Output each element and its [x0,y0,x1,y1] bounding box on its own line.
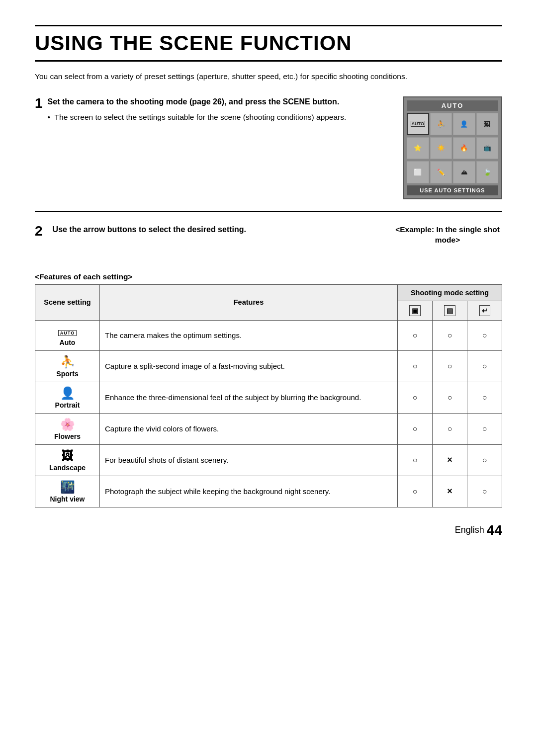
feature-cell-3: Capture the vivid colors of flowers. [100,413,398,444]
table-row: 🌸 Flowers Capture the vivid colors of fl… [35,413,502,444]
flowers-icon: 🌸 [60,418,75,431]
features-heading: <Features of each setting> [35,272,502,281]
circle-mark: ○ [413,456,418,464]
scene-icon-5: 🌃 [40,480,94,494]
mode-cell-1-2: ○ [467,350,502,382]
mode-cell-1-0: ○ [398,350,433,382]
scene-icon-4: 🖼 [40,449,94,463]
th-mode3: ↵ [467,301,502,320]
step2-left: 2 Use the arrow buttons to select the de… [35,224,373,239]
mode-cell-2-2: ○ [467,382,502,413]
mode-cell-0-2: ○ [467,320,502,350]
table-row: 🖼 Landscape For beautiful shots of dista… [35,444,502,476]
page-title: USING THE SCENE FUNCTION [35,25,502,62]
lcd-title: AUTO [407,100,498,111]
scene-name-2: Portrait [55,401,80,409]
table-row: 👤 Portrait Enhance the three-dimensional… [35,382,502,413]
mode-cell-5-0: ○ [398,476,433,507]
lcd-row1: AUTO ⛹ 👤 🖼 [407,113,498,135]
lcd-row3: ⬜ ✏️ ⛰ 🍃 [407,161,498,183]
table-row: AUTO Auto The camera makes the optimum s… [35,320,502,350]
lcd-cell-tv: 📺 [476,137,499,160]
scene-icon-0: AUTO [40,325,94,337]
mode2-icon: ▤ [444,305,455,316]
circle-mark: ○ [448,393,452,402]
feature-cell-4: For beautiful shots of distant scenery. [100,444,398,476]
mode-cell-1-1: ○ [433,350,467,382]
lcd-cell-star: ⭐ [407,137,429,160]
cross-mark: × [447,455,452,465]
footer-page-number: 44 [487,522,502,538]
nightview-icon: 🌃 [60,480,75,494]
scene-cell-landscape: 🖼 Landscape [35,444,100,476]
mode-cell-4-1: × [433,444,467,476]
circle-mark: ○ [413,393,418,402]
circle-mark: ○ [413,424,418,433]
cross-mark: × [447,486,452,496]
mode-cell-2-1: ○ [433,382,467,413]
table-row: ⛹ Sports Capture a split-second image of… [35,350,502,382]
scene-icon-3: 🌸 [40,418,94,431]
circle-mark: ○ [448,331,452,339]
scene-name-0: Auto [60,338,76,346]
lcd-cell-pen: ✏️ [430,161,452,183]
step2-number: 2 [35,224,43,239]
step1-number: 1 [35,96,43,110]
th-mode2: ▤ [433,301,467,320]
feature-cell-0: The camera makes the optimum settings. [100,320,398,350]
lcd-cell-leaf: 🍃 [476,161,499,183]
scene-cell-portrait: 👤 Portrait [35,382,100,413]
page-footer: English 44 [35,522,502,538]
scene-name-5: Night view [50,495,85,503]
scene-cell-auto: AUTO Auto [35,320,100,350]
auto-badge: AUTO [58,330,77,336]
lcd-cell-portrait: 👤 [453,113,475,135]
step2-right: <Example: In the single shot mode> [393,224,502,246]
camera-lcd: AUTO AUTO ⛹ 👤 🖼 ⭐ ☀️ 🔥 📺 ⬜ ✏️ ⛰ 🍃 USE AU… [403,96,502,199]
mode-cell-3-2: ○ [467,413,502,444]
example-label: <Example: In the single shot mode> [393,224,502,246]
lcd-cell-sports: ⛹ [430,113,452,135]
circle-mark: ○ [482,393,487,402]
circle-mark: ○ [482,487,487,496]
lcd-cell-circle: ⬜ [407,161,429,183]
mode-cell-2-0: ○ [398,382,433,413]
feature-cell-1: Capture a split-second image of a fast-m… [100,350,398,382]
mode-cell-5-2: ○ [467,476,502,507]
circle-mark: ○ [482,331,487,339]
lcd-bottom: USE AUTO SETTINGS [407,185,498,195]
step1-left: 1 Set the camera to the shooting mode (p… [35,96,388,199]
th-scene: Scene setting [35,284,100,320]
lcd-cell-heat: 🔥 [453,137,475,160]
circle-mark: ○ [413,331,418,339]
intro-text: You can select from a variety of preset … [35,71,502,83]
scene-cell-night-view: 🌃 Night view [35,476,100,507]
step1-title: Set the camera to the shooting mode (pag… [48,96,388,107]
circle-mark: ○ [482,362,487,370]
sports-icon: ⛹ [60,355,75,368]
feature-cell-2: Enhance the three-dimensional feel of th… [100,382,398,413]
mode3-icon: ↵ [479,305,490,316]
step1-content: Set the camera to the shooting mode (pag… [48,96,388,123]
th-features: Features [100,284,398,320]
mode1-icon: ▣ [409,305,421,316]
mode-cell-4-2: ○ [467,444,502,476]
step1-bullet: The screen to select the settings suitab… [48,111,388,123]
circle-mark: ○ [448,424,452,433]
circle-mark: ○ [482,424,487,433]
lcd-cell-auto: AUTO [407,113,429,135]
feature-cell-5: Photograph the subject while keeping the… [100,476,398,507]
scene-name-1: Sports [56,370,78,378]
table-row: 🌃 Night view Photograph the subject whil… [35,476,502,507]
landscape-icon: 🖼 [62,449,74,462]
lcd-row2: ⭐ ☀️ 🔥 📺 [407,137,498,160]
circle-mark: ○ [413,487,418,496]
lcd-cell-mount: ⛰ [453,161,475,183]
scene-icon-2: 👤 [40,386,94,400]
features-section: <Features of each setting> Scene setting… [35,272,502,507]
th-mode1: ▣ [398,301,433,320]
scene-cell-sports: ⛹ Sports [35,350,100,382]
footer-lang: English [455,525,484,535]
mode-cell-3-0: ○ [398,413,433,444]
scene-name-4: Landscape [49,464,86,472]
